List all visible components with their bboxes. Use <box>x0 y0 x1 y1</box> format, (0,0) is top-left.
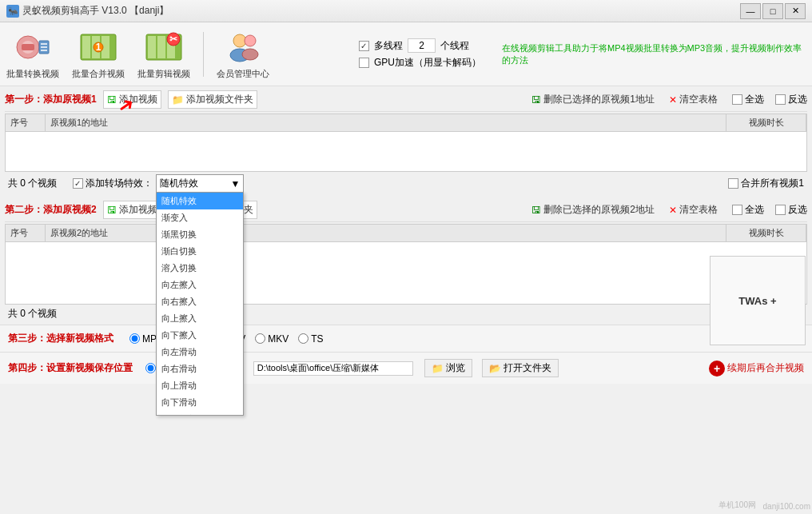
continue-button[interactable]: + 续期后再合并视频 <box>709 361 804 377</box>
thread-count-input[interactable] <box>408 38 436 53</box>
step1-col-path: 原视频1的地址 <box>46 114 726 131</box>
step1-clear-text: 清空表格 <box>679 93 718 106</box>
step2-delete-btn[interactable]: 🖫 删除已选择的原视频2地址 <box>531 203 655 217</box>
multithread-label: 多线程 <box>374 39 403 53</box>
format-mkv-label: MKV <box>268 333 289 345</box>
step1-merge-label: 合并所有视频1 <box>741 177 804 190</box>
svg-rect-15 <box>157 36 165 58</box>
batch-cut-tool[interactable]: ✂ 批量剪辑视频 <box>137 28 190 80</box>
format-ts[interactable]: TS <box>298 333 323 345</box>
transition-option-12[interactable]: 向下滑动 <box>157 394 243 411</box>
step2-bar: 第二步：添加原视频2 🖫 添加视频 📁 添加视频文件夹 🖫 删除已选择的原视频2… <box>5 198 807 222</box>
transition-option-5[interactable]: 向左擦入 <box>157 277 243 293</box>
transition-label: 添加转场特效： <box>86 177 153 190</box>
browse-button[interactable]: 📁 浏览 <box>424 359 472 377</box>
transition-option-1[interactable]: 渐变入 <box>157 209 243 226</box>
step1-bar: 第一步：添加原视频1 🖫 添加视频 📁 添加视频文件夹 🖫 删除已选择的原视频1… <box>5 88 807 112</box>
step1-delete-btn[interactable]: 🖫 删除已选择的原视频1地址 <box>531 93 655 106</box>
batch-merge-icon: 1 <box>79 28 117 66</box>
main-toolbar: 批量转换视频 1 批量合并视频 <box>0 22 812 86</box>
step2-delete-text: 删除已选择的原视频2地址 <box>543 203 655 217</box>
step1-select-all[interactable]: 全选 <box>732 93 764 106</box>
app-icon: 🐜 <box>6 5 19 18</box>
window-controls: — □ ✕ <box>740 3 806 19</box>
step2-section: 第二步：添加原视频2 🖫 添加视频 📁 添加视频文件夹 🖫 删除已选择的原视频2… <box>0 197 812 325</box>
twas-label: TWAs + <box>738 295 776 307</box>
step1-bottom-bar: 共 0 个视频 ✓ 添加转场特效： 随机特效 ▼ 随机特效 渐变 <box>5 171 807 195</box>
minimize-button[interactable]: — <box>740 3 761 19</box>
transition-option-3[interactable]: 渐白切换 <box>157 243 243 260</box>
dropdown-arrow-icon: ▼ <box>230 178 240 189</box>
step1-col-num: 序号 <box>6 114 46 131</box>
transition-option-11[interactable]: 向上滑动 <box>157 377 243 394</box>
continue-label: 续期后再合并视频 <box>727 361 804 375</box>
transition-option-7[interactable]: 向上擦入 <box>157 310 243 327</box>
close-button[interactable]: ✕ <box>785 3 806 19</box>
step2-table-body <box>6 242 806 305</box>
step1-merge-check[interactable]: 合并所有视频1 <box>728 177 804 190</box>
step3-bar: 第三步：选择新视频格式 MP4 FLV MOV MKV TS <box>5 328 807 349</box>
transition-container: ✓ 添加转场特效： 随机特效 ▼ 随机特效 渐变入 渐黑切换 渐白切换 <box>73 174 244 193</box>
member-center-tool[interactable]: 会员管理中心 <box>217 28 269 80</box>
multithread-option: ✓ 多线程 个线程 <box>359 38 469 53</box>
batch-merge-label: 批量合并视频 <box>72 68 125 80</box>
twas-panel: TWAs + <box>710 256 806 345</box>
format-ts-label: TS <box>311 333 323 345</box>
step2-add-video-btn[interactable]: 🖫 添加视频 <box>103 201 161 219</box>
step3-section: 第三步：选择新视频格式 MP4 FLV MOV MKV TS <box>0 325 812 352</box>
step2-select-all[interactable]: 全选 <box>732 203 764 217</box>
toolbar-divider <box>203 32 204 77</box>
step1-clear-btn[interactable]: ✕ 清空表格 <box>669 93 718 106</box>
step2-col-num: 序号 <box>6 225 46 241</box>
watermark-url: danji100.com <box>763 502 810 511</box>
batch-convert-tool[interactable]: 批量转换视频 <box>6 28 59 80</box>
open-folder-icon: 📂 <box>489 363 501 374</box>
maximize-button[interactable]: □ <box>762 3 783 19</box>
step3-label: 第三步：选择新视频格式 <box>8 332 113 345</box>
svg-text:✂: ✂ <box>169 34 178 45</box>
batch-merge-tool[interactable]: 1 批量合并视频 <box>72 28 125 80</box>
step2-clear-btn[interactable]: ✕ 清空表格 <box>669 203 718 217</box>
gpu-accel-checkbox[interactable] <box>359 58 369 68</box>
step1-video-count: 共 0 个视频 <box>8 177 57 190</box>
transition-option-2[interactable]: 渐黑切换 <box>157 226 243 243</box>
transition-option-0[interactable]: 随机特效 <box>157 193 243 209</box>
member-center-label: 会员管理中心 <box>217 68 269 80</box>
transition-option-10[interactable]: 向右滑动 <box>157 361 243 377</box>
multithread-checkbox[interactable]: ✓ <box>359 41 369 51</box>
folder-icon: 📁 <box>432 363 444 374</box>
thread-unit: 个线程 <box>440 39 469 53</box>
step1-invert-select[interactable]: 反选 <box>775 93 807 106</box>
step2-label: 第二步：添加原视频2 <box>5 203 97 217</box>
plus-circle-icon: + <box>709 361 725 377</box>
step1-table-header: 序号 原视频1的地址 视频时长 <box>6 114 806 132</box>
transition-option-8[interactable]: 向下擦入 <box>157 327 243 344</box>
transition-option-4[interactable]: 溶入切换 <box>157 260 243 277</box>
open-folder-button[interactable]: 📂 打开文件夹 <box>482 359 559 377</box>
step4-label: 第四步：设置新视频保存位置 <box>8 361 133 375</box>
browse-label: 浏览 <box>446 361 465 375</box>
step1-add-folder-btn[interactable]: 📁 添加视频文件夹 <box>168 90 257 109</box>
step4-path-input[interactable] <box>253 361 413 376</box>
gpu-accel-label: GPU加速（用显卡解码） <box>374 56 481 70</box>
svg-rect-2 <box>22 44 34 50</box>
transition-select[interactable]: 随机特效 ▼ <box>156 174 244 193</box>
transition-dropdown[interactable]: 随机特效 ▼ 随机特效 渐变入 渐黑切换 渐白切换 溶入切换 向左擦入 向右擦入… <box>156 174 244 193</box>
transition-dropdown-list[interactable]: 随机特效 渐变入 渐黑切换 渐白切换 溶入切换 向左擦入 向右擦入 向上擦入 向… <box>156 192 244 416</box>
step4-section: 第四步：设置新视频保存位置 以原视频1为新标题 📁 浏览 📂 打开文件夹 + 续… <box>0 352 812 384</box>
transition-selected-text: 随机特效 <box>160 177 198 190</box>
transition-option-13[interactable]: 向左划入 <box>157 411 243 416</box>
transition-option-9[interactable]: 向左滑动 <box>157 344 243 361</box>
step4-bar: 第四步：设置新视频保存位置 以原视频1为新标题 📁 浏览 📂 打开文件夹 + 续… <box>5 356 807 381</box>
svg-rect-8 <box>82 36 90 58</box>
transition-checkbox[interactable]: ✓ <box>73 178 83 189</box>
title-bar: 🐜 灵蚁视频剪辑高手 V13.0 【danji】 — □ ✕ <box>0 0 812 22</box>
step1-add-folder-text: 添加视频文件夹 <box>186 93 253 106</box>
notice-text: 在线视频剪辑工具助力于将MP4视频批里转换为MP3音频，提升视频制作效率的方法 <box>502 42 806 66</box>
step2-add-video-text: 添加视频 <box>119 203 157 217</box>
transition-option-6[interactable]: 向右擦入 <box>157 293 243 310</box>
step1-add-video-btn[interactable]: 🖫 添加视频 <box>103 90 161 109</box>
step2-invert-select[interactable]: 反选 <box>775 203 807 217</box>
format-mkv[interactable]: MKV <box>255 333 289 345</box>
step1-table: 序号 原视频1的地址 视频时长 <box>5 114 807 171</box>
